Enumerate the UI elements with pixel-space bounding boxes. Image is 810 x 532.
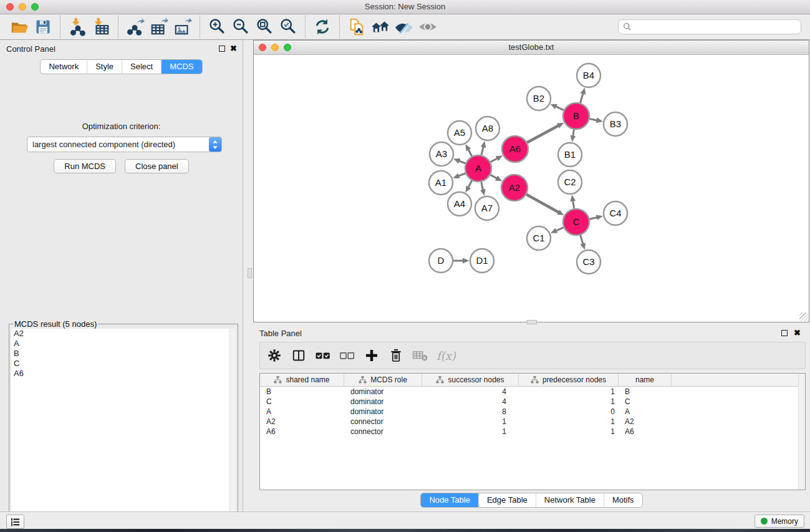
open-session-icon[interactable] — [7, 16, 31, 37]
graph-edge-A-A3[interactable] — [459, 161, 466, 163]
graph-edge-C-C3[interactable] — [581, 235, 583, 244]
table-row[interactable]: A6connector11A6 — [260, 427, 805, 437]
table-scrollbar[interactable] — [798, 374, 805, 490]
float-table-panel-icon[interactable] — [781, 330, 788, 336]
refresh-network-icon[interactable] — [311, 16, 334, 37]
graph-node-A5[interactable]: A5 — [448, 121, 471, 145]
tab-network-table[interactable]: Network Table — [536, 493, 604, 507]
column-settings-icon[interactable] — [265, 346, 284, 365]
graph-node-A7[interactable]: A7 — [475, 196, 499, 220]
graph-node-C1[interactable]: C1 — [527, 226, 551, 250]
mcds-result-list[interactable]: A2ABCA6 — [11, 329, 236, 531]
tab-node-table[interactable]: Node Table — [421, 493, 478, 507]
duplicate-network-icon[interactable] — [345, 16, 369, 37]
maximize-window-button[interactable] — [31, 3, 39, 11]
graph-edge-B-B2[interactable] — [556, 107, 564, 110]
result-list-item[interactable]: A — [11, 339, 236, 349]
table-row[interactable]: A2connector11A2 — [260, 417, 805, 427]
resize-grip-icon[interactable] — [799, 312, 808, 321]
graph-edge-C-C4[interactable] — [589, 218, 597, 220]
column-header-shared-name[interactable]: shared name — [260, 374, 344, 386]
graph-node-A8[interactable]: A8 — [476, 117, 499, 140]
graph-edge-A-A1[interactable] — [458, 173, 465, 176]
graph-node-B2[interactable]: B2 — [527, 87, 551, 110]
graph-node-A3[interactable]: A3 — [430, 142, 453, 166]
graph-node-C4[interactable]: C4 — [604, 201, 627, 225]
function-builder-icon[interactable]: f(x) — [435, 349, 456, 362]
float-panel-icon[interactable] — [219, 46, 225, 52]
close-panel-button[interactable]: Close panel — [125, 159, 189, 173]
delete-entry-icon[interactable] — [387, 346, 405, 365]
export-network-icon[interactable] — [123, 16, 147, 37]
graph-edge-C-C2[interactable] — [573, 201, 574, 209]
graph-edge-A-A8[interactable] — [481, 147, 483, 155]
zoom-out-icon[interactable] — [229, 16, 253, 37]
save-session-icon[interactable] — [31, 16, 55, 37]
minimize-window-button[interactable] — [19, 3, 26, 11]
graph-node-B1[interactable]: B1 — [558, 143, 582, 167]
graph-edge-A-A5[interactable] — [468, 150, 472, 157]
search-input[interactable] — [634, 22, 796, 32]
close-window-button[interactable] — [6, 3, 14, 11]
graph-edge-B-B3[interactable] — [590, 118, 597, 120]
result-list-item[interactable]: A2 — [11, 329, 236, 339]
graph-node-D[interactable]: D — [429, 249, 453, 273]
tab-style[interactable]: Style — [87, 60, 122, 74]
export-table-icon[interactable] — [147, 16, 171, 37]
graph-edge-A2-C[interactable] — [526, 195, 559, 213]
network-canvas[interactable]: B4B2BB3A8A5A6A3B1AC2A1A2A4A7C4CC1DD1C3 — [254, 55, 809, 322]
horizontal-splitter-handle[interactable] — [527, 320, 537, 324]
result-list-item[interactable]: C — [11, 359, 236, 369]
graph-node-B3[interactable]: B3 — [604, 112, 627, 136]
graph-node-D1[interactable]: D1 — [470, 249, 494, 273]
tab-motifs[interactable]: Motifs — [604, 493, 642, 507]
add-entry-icon[interactable] — [362, 346, 381, 365]
graph-node-B4[interactable]: B4 — [577, 64, 600, 87]
close-panel-icon[interactable]: ✖ — [230, 44, 237, 53]
table-row[interactable]: Adominator80A — [260, 407, 805, 417]
graph-node-C3[interactable]: C3 — [577, 250, 600, 274]
optimization-criterion-select[interactable]: largest connected component (directed) — [27, 137, 222, 152]
zoom-selected-icon[interactable] — [276, 16, 300, 37]
result-scrollbar[interactable] — [229, 329, 236, 531]
delete-table-icon[interactable] — [411, 346, 430, 365]
graph-edge-A-A2[interactable] — [490, 175, 496, 178]
graph-node-A6[interactable]: A6 — [502, 136, 528, 162]
graph-edge-A-A6[interactable] — [490, 158, 497, 162]
maximize-network-button[interactable] — [284, 44, 291, 51]
graph-edge-A-A7[interactable] — [481, 181, 483, 190]
table-row[interactable]: Bdominator41B — [260, 387, 805, 397]
select-all-icon[interactable] — [314, 346, 332, 365]
graph-edge-B-B1[interactable] — [573, 130, 574, 137]
column-header-mcds-role[interactable]: MCDS role — [344, 374, 422, 386]
hide-details-icon[interactable] — [392, 16, 416, 37]
graph-node-C2[interactable]: C2 — [558, 170, 582, 194]
graph-node-A1[interactable]: A1 — [429, 171, 453, 195]
zoom-in-icon[interactable] — [205, 16, 229, 37]
minimize-network-button[interactable] — [271, 44, 279, 51]
column-header-name[interactable]: name — [619, 374, 672, 386]
split-panel-icon[interactable] — [289, 346, 308, 365]
graph-node-B[interactable]: B — [563, 103, 589, 129]
export-image-icon[interactable] — [171, 16, 195, 37]
graph-node-A[interactable]: A — [465, 155, 491, 181]
import-table-icon[interactable] — [89, 16, 113, 37]
import-network-icon[interactable] — [65, 16, 89, 37]
graph-edge-C-C1[interactable] — [556, 228, 564, 231]
deselect-all-icon[interactable] — [338, 346, 357, 365]
home-layout-icon[interactable] — [369, 16, 392, 37]
graph-node-A2[interactable]: A2 — [501, 175, 528, 201]
graph-edge-A6-B[interactable] — [527, 125, 559, 142]
tab-network[interactable]: Network — [41, 60, 87, 74]
graph-edge-B-B4[interactable] — [580, 94, 583, 103]
table-row[interactable]: Cdominator41C — [260, 397, 805, 407]
birds-eye-view-icon[interactable] — [416, 16, 440, 37]
tab-mcds[interactable]: MCDS — [161, 60, 201, 74]
graph-node-A4[interactable]: A4 — [448, 192, 471, 216]
zoom-fit-icon[interactable] — [253, 16, 276, 37]
column-header-successor-nodes[interactable]: successor nodes — [422, 374, 519, 386]
close-table-panel-icon[interactable]: ✖ — [794, 329, 801, 337]
vertical-splitter-handle[interactable] — [248, 268, 252, 278]
result-list-item[interactable]: B — [11, 349, 236, 359]
close-network-button[interactable] — [259, 44, 266, 51]
